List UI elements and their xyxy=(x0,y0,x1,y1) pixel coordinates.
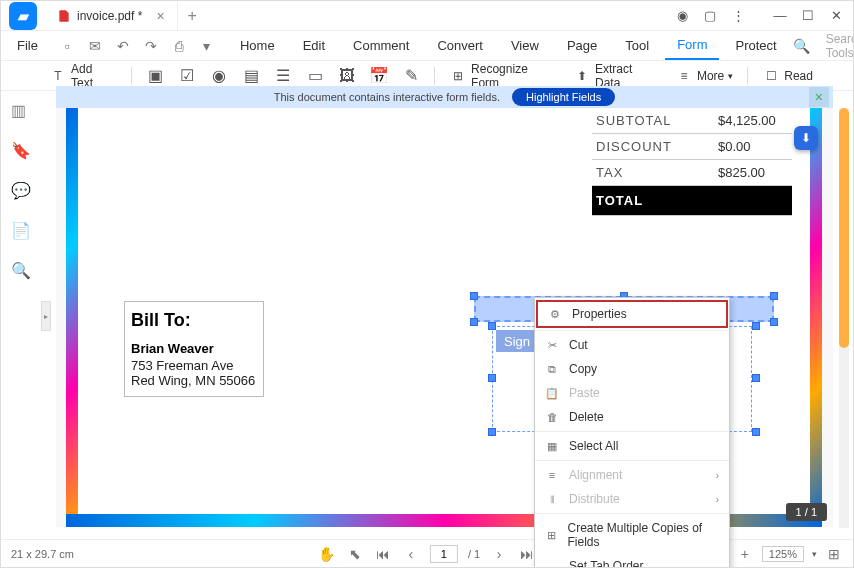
menubar: File ▫ ✉ ↶ ↷ ⎙ ▾ Home Edit Comment Conve… xyxy=(1,31,853,61)
field-date-icon[interactable]: 📅 xyxy=(370,67,388,85)
zoom-value[interactable]: 125% xyxy=(762,546,804,562)
copy-icon: ⧉ xyxy=(545,362,559,376)
ctx-alignment: ≡Alignment› xyxy=(535,463,729,487)
account-icon[interactable]: ◉ xyxy=(669,3,695,29)
read-button[interactable]: ☐ Read xyxy=(762,67,813,85)
fit-page-icon[interactable]: ⊞ xyxy=(825,545,843,563)
tab-close-icon[interactable]: × xyxy=(156,8,164,24)
file-menu[interactable]: File xyxy=(9,38,46,53)
extract-icon: ⬆ xyxy=(573,67,591,85)
sidebar-collapse-icon[interactable]: ▸ xyxy=(41,301,51,331)
page-input[interactable] xyxy=(430,545,458,563)
billto-addr1: 753 Freeman Ave xyxy=(131,358,257,373)
thumbnails-icon[interactable]: ▥ xyxy=(11,101,31,121)
tab-add-icon[interactable]: + xyxy=(178,7,207,25)
hand-tool-icon[interactable]: ✋ xyxy=(318,545,336,563)
menu-tool[interactable]: Tool xyxy=(613,38,661,53)
save-icon[interactable]: ▫ xyxy=(58,37,76,55)
more-button[interactable]: ≡ More ▾ xyxy=(675,67,733,85)
kebab-icon[interactable]: ⋮ xyxy=(725,3,751,29)
tax-value: $825.00 xyxy=(718,165,788,180)
page-dimensions: 21 x 29.7 cm xyxy=(11,548,74,560)
window-close-icon[interactable]: ✕ xyxy=(823,3,849,29)
align-icon: ≡ xyxy=(545,468,559,482)
download-badge-icon[interactable]: ⬇ xyxy=(794,126,818,150)
text-icon: T xyxy=(49,67,67,85)
copies-icon: ⊞ xyxy=(545,528,557,542)
select-tool-icon[interactable]: ⬉ xyxy=(346,545,364,563)
search-icon[interactable]: 🔍 xyxy=(793,37,810,55)
distribute-icon: ⫴ xyxy=(545,492,559,506)
discount-label: DISCOUNT xyxy=(596,139,718,154)
total-label: TOTAL xyxy=(596,193,718,208)
menu-protect[interactable]: Protect xyxy=(723,38,788,53)
billto-addr2: Red Wing, MN 55066 xyxy=(131,373,257,388)
ctx-select-all[interactable]: ▦Select All xyxy=(535,434,729,458)
billto-name: Brian Weaver xyxy=(131,341,257,356)
ctx-delete[interactable]: 🗑Delete xyxy=(535,405,729,429)
mail-icon[interactable]: ✉ xyxy=(86,37,104,55)
attachments-icon[interactable]: 📄 xyxy=(11,221,31,241)
ctx-set-tab-order[interactable]: Set Tab Order xyxy=(535,554,729,568)
chevron-right-icon: › xyxy=(716,470,719,481)
select-all-icon: ▦ xyxy=(545,439,559,453)
more-icon: ≡ xyxy=(675,67,693,85)
menu-home[interactable]: Home xyxy=(228,38,287,53)
next-page-icon[interactable]: › xyxy=(490,545,508,563)
ctx-distribute: ⫴Distribute› xyxy=(535,487,729,511)
ctx-properties[interactable]: ⚙Properties xyxy=(536,300,728,328)
field-radio-icon[interactable]: ◉ xyxy=(210,67,228,85)
total-value xyxy=(718,193,788,208)
subtotal-label: SUBTOTAL xyxy=(596,113,718,128)
prev-page-icon[interactable]: ‹ xyxy=(402,545,420,563)
field-button-icon[interactable]: ▭ xyxy=(306,67,324,85)
field-list-icon[interactable]: ☰ xyxy=(274,67,292,85)
menu-comment[interactable]: Comment xyxy=(341,38,421,53)
more-label: More xyxy=(697,69,724,83)
field-combo-icon[interactable]: ▤ xyxy=(242,67,260,85)
menu-form[interactable]: Form xyxy=(665,37,719,60)
redo-icon[interactable]: ↷ xyxy=(142,37,160,55)
recognize-icon: ⊞ xyxy=(449,67,467,85)
chevron-down-icon[interactable]: ▾ xyxy=(812,549,817,559)
field-sign-icon[interactable]: ✎ xyxy=(402,67,420,85)
notify-icon[interactable]: ▢ xyxy=(697,3,723,29)
field-image-icon[interactable]: 🖼 xyxy=(338,67,356,85)
search-tools[interactable]: Search Tools xyxy=(818,32,854,60)
subtotal-value: $4,125.00 xyxy=(718,113,788,128)
document-tab[interactable]: invoice.pdf * × xyxy=(45,1,178,31)
menu-page[interactable]: Page xyxy=(555,38,609,53)
bookmarks-icon[interactable]: 🔖 xyxy=(11,141,31,161)
undo-icon[interactable]: ↶ xyxy=(114,37,132,55)
menu-convert[interactable]: Convert xyxy=(425,38,495,53)
chevron-down-icon[interactable]: ▾ xyxy=(198,37,216,55)
maximize-icon[interactable]: ☐ xyxy=(795,3,821,29)
gear-icon: ⚙ xyxy=(548,307,562,321)
zoom-in-icon[interactable]: + xyxy=(736,545,754,563)
ctx-copy[interactable]: ⧉Copy xyxy=(535,357,729,381)
billto-heading: Bill To: xyxy=(131,310,257,331)
pdf-icon xyxy=(57,9,71,23)
page-indicator: 1 / 1 xyxy=(786,503,827,521)
menu-view[interactable]: View xyxy=(499,38,551,53)
cut-icon: ✂ xyxy=(545,338,559,352)
totals-table: SUBTOTAL$4,125.00 DISCOUNT$0.00 TAX$825.… xyxy=(592,108,792,216)
field-textbox-icon[interactable]: ▣ xyxy=(146,67,164,85)
ctx-create-copies[interactable]: ⊞Create Multiple Copies of Fields xyxy=(535,516,729,554)
search-panel-icon[interactable]: 🔍 xyxy=(11,261,31,281)
ctx-cut[interactable]: ✂Cut xyxy=(535,333,729,357)
banner-close-icon[interactable]: × xyxy=(809,87,829,107)
vertical-scrollbar[interactable] xyxy=(839,108,849,528)
paste-icon: 📋 xyxy=(545,386,559,400)
bill-to-block: Bill To: Brian Weaver 753 Freeman Ave Re… xyxy=(124,301,264,397)
comments-icon[interactable]: 💬 xyxy=(11,181,31,201)
first-page-icon[interactable]: ⏮ xyxy=(374,545,392,563)
field-checkbox-icon[interactable]: ☑ xyxy=(178,67,196,85)
form-banner: This document contains interactive form … xyxy=(56,86,833,108)
field-context-menu: ⚙Properties ✂Cut ⧉Copy 📋Paste 🗑Delete ▦S… xyxy=(534,297,730,568)
highlight-fields-button[interactable]: Highlight Fields xyxy=(512,88,615,106)
menu-edit[interactable]: Edit xyxy=(291,38,337,53)
minimize-icon[interactable]: ― xyxy=(767,3,793,29)
print-icon[interactable]: ⎙ xyxy=(170,37,188,55)
tax-label: TAX xyxy=(596,165,718,180)
